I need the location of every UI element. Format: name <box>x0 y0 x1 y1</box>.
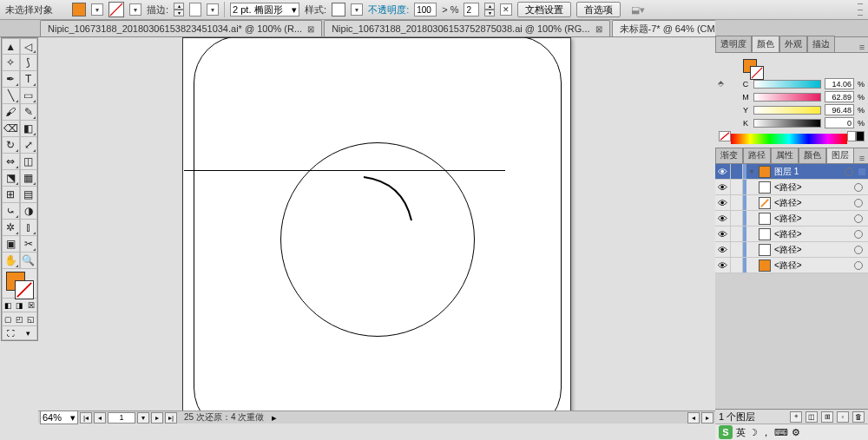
width-tool[interactable]: ⇔ <box>2 154 20 170</box>
disclosure-icon[interactable] <box>746 227 757 241</box>
stroke-weight-field[interactable] <box>189 3 201 16</box>
hand-tool[interactable]: ✋ <box>2 253 20 269</box>
more-stepper[interactable]: ▴▾ <box>484 3 495 16</box>
style-drop[interactable] <box>351 3 363 16</box>
target-icon[interactable] <box>854 230 863 239</box>
stroke-weight-drop[interactable] <box>207 3 219 16</box>
disclosure-icon[interactable] <box>746 195 757 210</box>
tab-appearance[interactable]: 外观 <box>779 36 807 52</box>
tray-comma-icon[interactable]: ， <box>761 426 771 439</box>
scroll-left[interactable]: ◂ <box>687 412 700 424</box>
layer-name[interactable]: <路径> <box>773 259 854 272</box>
make-clip-icon[interactable]: ◫ <box>806 411 818 423</box>
history-play[interactable]: ▸ <box>269 412 279 423</box>
tab-attributes[interactable]: 属性 <box>771 147 799 163</box>
doc-tab-2[interactable]: Nipic_10673188_20180306153752875038.ai @… <box>324 20 609 36</box>
fill-stroke-indicator[interactable] <box>2 269 37 299</box>
path-circle[interactable] <box>280 142 475 337</box>
target-icon[interactable] <box>845 167 853 176</box>
visibility-toggle[interactable]: 👁 <box>715 242 731 257</box>
stroke-color-box[interactable] <box>15 280 34 299</box>
y-slider[interactable] <box>753 106 821 115</box>
lock-toggle[interactable] <box>731 164 743 179</box>
graph-tool[interactable]: ⫿ <box>20 220 38 236</box>
fill-dropdown[interactable] <box>91 3 103 16</box>
target-icon[interactable] <box>854 199 863 207</box>
layer-row[interactable]: 👁▾图层 1 <box>715 164 868 180</box>
visibility-toggle[interactable]: 👁 <box>715 211 731 226</box>
reset-button[interactable]: ✕ <box>500 3 512 16</box>
type-tool[interactable]: T <box>20 71 38 88</box>
lasso-tool[interactable]: ⟆ <box>20 55 38 71</box>
panel-menu-icon[interactable]: ≡ <box>856 153 868 163</box>
eyedropper-tool[interactable]: ⤿ <box>2 203 20 220</box>
lock-toggle[interactable] <box>731 227 743 241</box>
visibility-toggle[interactable]: 👁 <box>715 195 731 210</box>
disclosure-icon[interactable] <box>746 180 757 194</box>
layer-row[interactable]: 👁<路径> <box>715 180 868 195</box>
tray-moon-icon[interactable]: ☽ <box>749 427 758 438</box>
draw-normal[interactable]: ▢ <box>3 312 14 325</box>
y-value[interactable] <box>825 104 854 115</box>
screen-mode-drop[interactable]: ▾ <box>20 326 37 339</box>
m-value[interactable] <box>825 91 854 102</box>
visibility-toggle[interactable]: 👁 <box>715 164 731 179</box>
layer-row[interactable]: 👁<路径> <box>715 258 868 273</box>
last-page[interactable]: ▸| <box>165 412 177 424</box>
layer-row[interactable]: 👁<路径> <box>715 195 868 211</box>
close-icon[interactable]: ⊠ <box>307 24 314 34</box>
tab-color[interactable]: 颜色 <box>752 36 779 52</box>
k-slider[interactable] <box>753 119 821 128</box>
brush-select[interactable]: 2 pt. 椭圆形▾ <box>230 3 299 16</box>
color-mode-none[interactable]: ☒ <box>25 299 36 312</box>
draw-behind[interactable]: ◰ <box>14 312 25 325</box>
close-icon[interactable]: ⊠ <box>595 24 602 34</box>
draw-inside[interactable]: ◱ <box>25 312 36 325</box>
direct-selection-tool[interactable]: ◁ <box>20 38 38 55</box>
none-color-icon[interactable] <box>719 131 731 141</box>
mesh-tool[interactable]: ⊞ <box>2 187 20 203</box>
stroke-none-swatch[interactable] <box>108 2 124 17</box>
rotate-tool[interactable]: ↻ <box>2 137 20 154</box>
selection-tool[interactable]: ▲ <box>2 38 20 55</box>
perspective-tool[interactable]: ▦ <box>20 170 38 187</box>
blend-tool[interactable]: ◑ <box>20 203 38 220</box>
scroll-right[interactable]: ▸ <box>701 412 713 424</box>
disclosure-icon[interactable] <box>746 242 757 257</box>
black-swatch[interactable] <box>856 131 865 141</box>
delete-layer-icon[interactable]: 🗑 <box>852 411 865 423</box>
lock-toggle[interactable] <box>731 195 743 210</box>
target-icon[interactable] <box>854 246 863 254</box>
path-arc[interactable] <box>364 177 416 220</box>
layer-row[interactable]: 👁<路径> <box>715 211 868 227</box>
slice-tool[interactable]: ✂ <box>20 236 38 253</box>
c-slider[interactable] <box>753 80 821 89</box>
new-sublayer-icon[interactable]: ⊞ <box>821 411 833 423</box>
disclosure-icon[interactable] <box>746 258 757 273</box>
doc-tab-1[interactable]: Nipic_10673188_20180306153823451034.ai* … <box>40 20 322 36</box>
visibility-toggle[interactable]: 👁 <box>715 258 731 273</box>
gradient-tool[interactable]: ▤ <box>20 187 38 203</box>
zoom-tool[interactable]: 🔍 <box>20 253 38 269</box>
lock-toggle[interactable] <box>731 180 743 194</box>
color-mode-normal[interactable]: ◧ <box>3 299 14 312</box>
line-tool[interactable]: ╲ <box>2 88 20 104</box>
layer-name[interactable]: <路径> <box>773 213 854 225</box>
blob-brush-tool[interactable]: ⌫ <box>2 121 20 137</box>
tab-transparency[interactable]: 透明度 <box>715 36 752 52</box>
opacity-label[interactable]: 不透明度: <box>368 3 409 16</box>
magic-wand-tool[interactable]: ✧ <box>2 55 20 71</box>
eraser-tool[interactable]: ◧ <box>20 121 38 137</box>
new-layer-icon[interactable]: ▫ <box>837 411 849 423</box>
align-icon[interactable]: ⬓▾ <box>631 4 645 16</box>
zoom-select[interactable]: 64%▾ <box>40 410 78 424</box>
symbol-sprayer-tool[interactable]: ✲ <box>2 220 20 236</box>
layer-name[interactable]: <路径> <box>773 197 854 209</box>
stroke-stepper[interactable]: ▴▾ <box>174 3 184 16</box>
color-mode-gradient[interactable]: ◨ <box>14 299 25 312</box>
ime-icon[interactable]: S <box>719 425 733 439</box>
lock-toggle[interactable] <box>731 211 743 226</box>
tray-keyboard-icon[interactable]: ⌨ <box>774 427 788 438</box>
prefs-button[interactable]: 首选项 <box>576 2 621 17</box>
visibility-toggle[interactable]: 👁 <box>715 180 731 194</box>
